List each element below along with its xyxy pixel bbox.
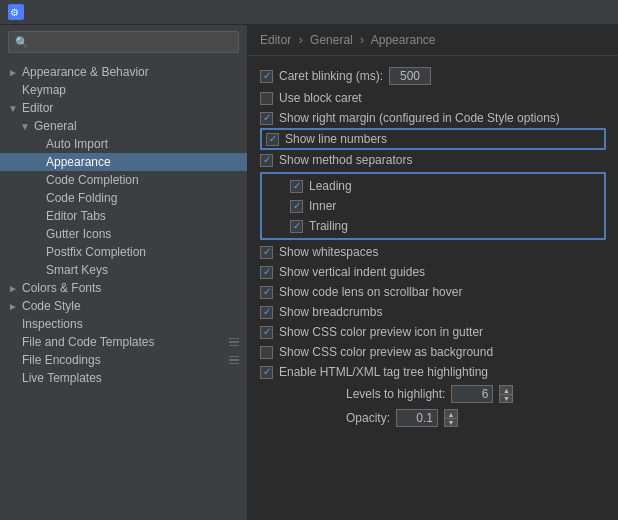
- sidebar-item-gutter-icons[interactable]: Gutter Icons: [0, 225, 247, 243]
- setting-row-caret-blinking: Caret blinking (ms):: [260, 64, 606, 88]
- sidebar-item-label: Smart Keys: [46, 263, 108, 277]
- arrow-icon: [8, 67, 20, 78]
- content-area: Editor › General › Appearance Caret blin…: [248, 25, 618, 520]
- sidebar-item-label: Keymap: [22, 83, 66, 97]
- label-inner: Inner: [309, 199, 336, 213]
- sidebar-item-label: Editor Tabs: [46, 209, 106, 223]
- sidebar-item-label: Postfix Completion: [46, 245, 146, 259]
- checkbox-caret-blinking[interactable]: [260, 70, 273, 83]
- breadcrumb-general: General: [310, 33, 353, 47]
- sidebar-item-label: Appearance & Behavior: [22, 65, 149, 79]
- checkbox-trailing[interactable]: [290, 220, 303, 233]
- label-caret-blinking: Caret blinking (ms):: [279, 69, 383, 83]
- setting-row-inner: Inner: [266, 196, 600, 216]
- checkbox-css-preview-icon[interactable]: [260, 326, 273, 339]
- sidebar: 🔍 Appearance & BehaviorKeymapEditorGener…: [0, 25, 248, 520]
- checkbox-line-numbers[interactable]: [266, 133, 279, 146]
- label-whitespaces: Show whitespaces: [279, 245, 378, 259]
- sidebar-item-label: Inspections: [22, 317, 83, 331]
- label-right-margin: Show right margin (configured in Code St…: [279, 111, 560, 125]
- sidebar-item-label: File and Code Templates: [22, 335, 155, 349]
- spinner-buttons-levels-highlight: ▲▼: [499, 385, 513, 403]
- file-lines-icon: [229, 338, 239, 347]
- spinner-input-opacity[interactable]: [396, 409, 438, 427]
- checkbox-breadcrumbs[interactable]: [260, 306, 273, 319]
- checkbox-inner[interactable]: [290, 200, 303, 213]
- label-levels-highlight: Levels to highlight:: [346, 387, 445, 401]
- label-css-preview-bg: Show CSS color preview as background: [279, 345, 493, 359]
- spinner-opacity: ▲▼: [396, 409, 458, 427]
- label-trailing: Trailing: [309, 219, 348, 233]
- sidebar-item-postfix-completion[interactable]: Postfix Completion: [0, 243, 247, 261]
- label-html-highlighting: Enable HTML/XML tag tree highlighting: [279, 365, 488, 379]
- sidebar-item-file-encodings[interactable]: File Encodings: [0, 351, 247, 369]
- setting-row-css-preview-icon: Show CSS color preview icon in gutter: [260, 322, 606, 342]
- main-layout: 🔍 Appearance & BehaviorKeymapEditorGener…: [0, 25, 618, 520]
- label-leading: Leading: [309, 179, 352, 193]
- checkbox-method-separators[interactable]: [260, 154, 273, 167]
- checkbox-leading[interactable]: [290, 180, 303, 193]
- svg-text:⚙: ⚙: [10, 7, 19, 18]
- setting-row-breadcrumbs: Show breadcrumbs: [260, 302, 606, 322]
- spinner-down-levels-highlight[interactable]: ▼: [499, 394, 513, 403]
- sidebar-item-auto-import[interactable]: Auto Import: [0, 135, 247, 153]
- sidebar-item-appearance-behavior[interactable]: Appearance & Behavior: [0, 63, 247, 81]
- label-line-numbers: Show line numbers: [285, 132, 387, 146]
- sidebar-item-code-style[interactable]: Code Style: [0, 297, 247, 315]
- search-input[interactable]: [33, 35, 232, 49]
- setting-row-block-caret: Use block caret: [260, 88, 606, 108]
- search-box[interactable]: 🔍: [8, 31, 239, 53]
- spinner-levels-highlight: ▲▼: [451, 385, 513, 403]
- sidebar-item-code-completion[interactable]: Code Completion: [0, 171, 247, 189]
- spinner-up-levels-highlight[interactable]: ▲: [499, 385, 513, 394]
- sidebar-item-appearance[interactable]: Appearance: [0, 153, 247, 171]
- arrow-icon: [8, 283, 20, 294]
- breadcrumb-editor: Editor: [260, 33, 291, 47]
- sidebar-item-editor-tabs[interactable]: Editor Tabs: [0, 207, 247, 225]
- setting-row-css-preview-bg: Show CSS color preview as background: [260, 342, 606, 362]
- checkbox-block-caret[interactable]: [260, 92, 273, 105]
- spinner-down-opacity[interactable]: ▼: [444, 418, 458, 427]
- sidebar-item-label: General: [34, 119, 77, 133]
- spinner-input-levels-highlight[interactable]: [451, 385, 493, 403]
- checkbox-whitespaces[interactable]: [260, 246, 273, 259]
- setting-row-html-highlighting: Enable HTML/XML tag tree highlighting: [260, 362, 606, 382]
- sidebar-item-editor[interactable]: Editor: [0, 99, 247, 117]
- sidebar-item-file-code-templates[interactable]: File and Code Templates: [0, 333, 247, 351]
- checkbox-code-lens[interactable]: [260, 286, 273, 299]
- sidebar-tree: Appearance & BehaviorKeymapEditorGeneral…: [0, 59, 247, 520]
- arrow-icon: [8, 103, 20, 114]
- sidebar-item-general[interactable]: General: [0, 117, 247, 135]
- setting-row-indent-guides: Show vertical indent guides: [260, 262, 606, 282]
- sidebar-item-code-folding[interactable]: Code Folding: [0, 189, 247, 207]
- file-lines-icon: [229, 356, 239, 365]
- sidebar-item-colors-fonts[interactable]: Colors & Fonts: [0, 279, 247, 297]
- breadcrumb-appearance: Appearance: [371, 33, 436, 47]
- sidebar-item-live-templates[interactable]: Live Templates: [0, 369, 247, 387]
- sidebar-item-label: Editor: [22, 101, 53, 115]
- sidebar-item-label: Code Completion: [46, 173, 139, 187]
- sidebar-item-smart-keys[interactable]: Smart Keys: [0, 261, 247, 279]
- app-icon: ⚙: [8, 4, 24, 20]
- sidebar-item-label: Live Templates: [22, 371, 102, 385]
- arrow-icon: [20, 121, 32, 132]
- spinner-up-opacity[interactable]: ▲: [444, 409, 458, 418]
- setting-row-trailing: Trailing: [266, 216, 600, 236]
- checkbox-indent-guides[interactable]: [260, 266, 273, 279]
- setting-row-code-lens: Show code lens on scrollbar hover: [260, 282, 606, 302]
- search-icon: 🔍: [15, 36, 29, 49]
- setting-row-whitespaces: Show whitespaces: [260, 242, 606, 262]
- setting-row-leading: Leading: [266, 176, 600, 196]
- sidebar-item-keymap[interactable]: Keymap: [0, 81, 247, 99]
- sidebar-item-label: File Encodings: [22, 353, 101, 367]
- checkbox-css-preview-bg[interactable]: [260, 346, 273, 359]
- breadcrumb: Editor › General › Appearance: [248, 25, 618, 56]
- sidebar-item-label: Code Style: [22, 299, 81, 313]
- sidebar-item-inspections[interactable]: Inspections: [0, 315, 247, 333]
- setting-row-opacity: Opacity:▲▼: [260, 406, 606, 430]
- checkbox-right-margin[interactable]: [260, 112, 273, 125]
- input-caret-blinking[interactable]: [389, 67, 431, 85]
- sidebar-item-label: Colors & Fonts: [22, 281, 101, 295]
- checkbox-html-highlighting[interactable]: [260, 366, 273, 379]
- spinner-buttons-opacity: ▲▼: [444, 409, 458, 427]
